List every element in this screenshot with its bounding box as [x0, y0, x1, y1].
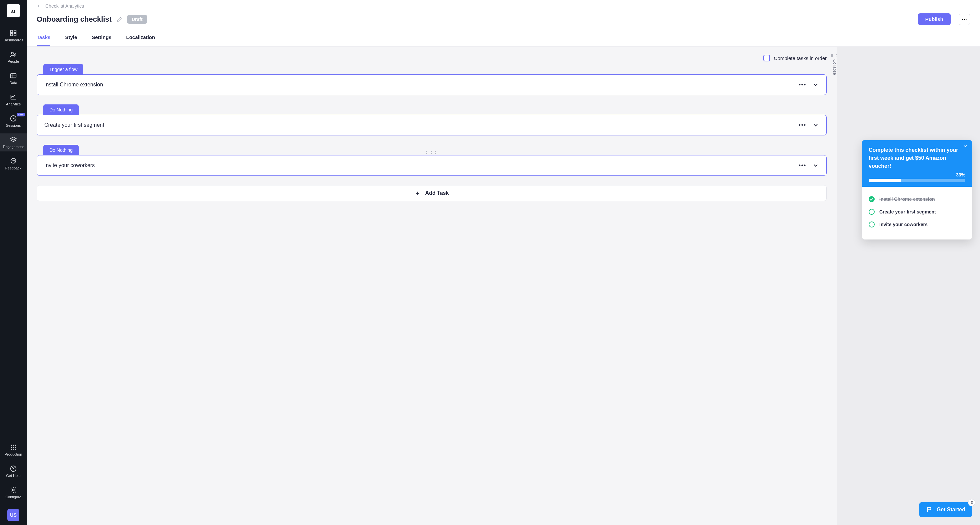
tab-style[interactable]: Style — [65, 34, 77, 46]
tabs: Tasks Style Settings Localization — [37, 34, 970, 46]
task-more-icon[interactable]: ••• — [799, 82, 807, 88]
svg-rect-20 — [15, 448, 16, 450]
chevron-down-icon[interactable] — [812, 81, 819, 88]
sidebar-item-feedback[interactable]: Feedback — [0, 155, 27, 173]
publish-button[interactable]: Publish — [918, 13, 951, 25]
edit-icon[interactable] — [116, 16, 123, 22]
sidebar-item-people[interactable]: People — [0, 48, 27, 66]
collapse-handle[interactable]: Collapse — [830, 53, 837, 75]
svg-rect-2 — [11, 34, 13, 36]
svg-point-10 — [13, 161, 13, 161]
task-title: Install Chrome extension — [45, 82, 795, 88]
complete-order-checkbox[interactable] — [763, 55, 770, 61]
svg-rect-18 — [11, 448, 12, 450]
sidebar-item-sessions[interactable]: Beta Sessions — [0, 112, 27, 130]
task-tag[interactable]: Do Nothing — [43, 104, 79, 115]
sidebar: u Dashboards People Data Analytics Beta … — [0, 0, 27, 525]
task-card[interactable]: Create your first segment ••• — [37, 115, 827, 136]
task-block: Do Nothing Create your first segment ••• — [37, 104, 827, 136]
page-title: Onboarding checklist — [37, 15, 112, 24]
sidebar-item-label: Engagement — [3, 145, 24, 149]
svg-rect-12 — [11, 445, 12, 446]
sidebar-item-label: Feedback — [5, 166, 21, 170]
svg-point-4 — [12, 53, 14, 54]
apps-icon — [10, 444, 17, 451]
sidebar-item-label: Data — [10, 81, 17, 85]
tab-settings[interactable]: Settings — [92, 34, 111, 46]
sidebar-item-dashboards[interactable]: Dashboards — [0, 27, 27, 45]
sidebar-item-label: Get Help — [6, 474, 20, 478]
tab-localization[interactable]: Localization — [126, 34, 155, 46]
back-arrow-icon — [37, 3, 42, 9]
sidebar-item-analytics[interactable]: Analytics — [0, 91, 27, 109]
tab-tasks[interactable]: Tasks — [37, 34, 50, 46]
chart-icon — [10, 93, 17, 101]
app-logo[interactable]: u — [7, 4, 20, 18]
preview-collapse-icon[interactable] — [963, 144, 968, 149]
preview-progress — [869, 179, 965, 182]
main: Checklist Analytics Onboarding checklist… — [27, 0, 980, 525]
preview-item-label: Invite your coworkers — [879, 222, 928, 227]
task-more-icon[interactable]: ••• — [799, 122, 807, 128]
get-started-button[interactable]: Get Started 2 — [920, 502, 972, 517]
sidebar-item-data[interactable]: Data — [0, 69, 27, 88]
sidebar-item-production[interactable]: Production — [0, 441, 27, 459]
preview-item[interactable]: Invite your coworkers — [869, 218, 965, 231]
sidebar-item-label: Dashboards — [3, 38, 23, 42]
task-more-icon[interactable]: ••• — [799, 163, 807, 168]
task-tag[interactable]: Trigger a flow — [43, 64, 83, 75]
svg-rect-6 — [11, 74, 16, 78]
sidebar-item-configure[interactable]: Configure — [0, 484, 27, 502]
preview-progress-fill — [869, 179, 900, 182]
sidebar-item-label: People — [8, 59, 19, 63]
preview-item[interactable]: Install Chrome extension — [869, 193, 965, 206]
get-started-count: 2 — [968, 499, 975, 506]
preview-rail: Complete this checklist within your firs… — [837, 47, 980, 525]
breadcrumb[interactable]: Checklist Analytics — [37, 3, 970, 9]
svg-rect-16 — [13, 447, 14, 448]
plus-icon: ＋ — [415, 190, 421, 196]
more-button[interactable] — [959, 14, 970, 25]
svg-rect-3 — [14, 34, 16, 36]
svg-rect-13 — [13, 445, 14, 446]
task-block: Trigger a flow Install Chrome extension … — [37, 64, 827, 95]
collapse-label: Collapse — [832, 59, 837, 75]
nav-top: Dashboards People Data Analytics Beta Se… — [0, 27, 27, 173]
database-icon — [10, 72, 17, 80]
check-circle-icon — [869, 196, 875, 202]
task-title: Create your first segment — [45, 122, 795, 128]
task-block: Do Nothing • • •• • • Invite your cowork… — [37, 145, 827, 176]
grid-icon — [10, 29, 17, 37]
svg-rect-17 — [15, 447, 16, 448]
chevron-down-icon[interactable] — [812, 122, 819, 128]
chevron-down-icon[interactable] — [812, 162, 819, 169]
svg-rect-0 — [11, 30, 13, 32]
sidebar-item-gethelp[interactable]: Get Help — [0, 462, 27, 480]
circle-icon — [869, 222, 875, 228]
sidebar-item-label: Sessions — [6, 123, 21, 128]
layers-icon — [10, 136, 17, 144]
people-icon — [10, 51, 17, 58]
svg-point-11 — [14, 161, 15, 161]
task-tag[interactable]: Do Nothing — [43, 145, 79, 155]
get-started-label: Get Started — [937, 507, 965, 513]
breadcrumb-label: Checklist Analytics — [45, 3, 84, 9]
sidebar-item-engagement[interactable]: Engagement — [0, 133, 27, 152]
dots-horizontal-icon — [961, 16, 967, 22]
page-header: Checklist Analytics Onboarding checklist… — [27, 0, 980, 47]
svg-rect-15 — [11, 447, 12, 448]
svg-point-22 — [13, 470, 13, 470]
add-task-button[interactable]: ＋ Add Task — [37, 185, 827, 201]
svg-rect-14 — [15, 445, 16, 446]
preview-percent: 33% — [869, 172, 965, 177]
flag-icon — [926, 506, 933, 513]
preview-item[interactable]: Create your first segment — [869, 206, 965, 218]
task-card[interactable]: Install Chrome extension ••• — [37, 74, 827, 95]
preview-item-label: Create your first segment — [879, 209, 936, 214]
avatar[interactable]: US — [7, 509, 19, 521]
preview-widget: Complete this checklist within your firs… — [862, 140, 972, 239]
task-card[interactable]: • • •• • • Invite your coworkers ••• — [37, 155, 827, 176]
svg-point-26 — [966, 19, 967, 20]
sidebar-item-label: Configure — [5, 495, 21, 499]
drag-handle-icon[interactable]: • • •• • • — [426, 151, 438, 155]
